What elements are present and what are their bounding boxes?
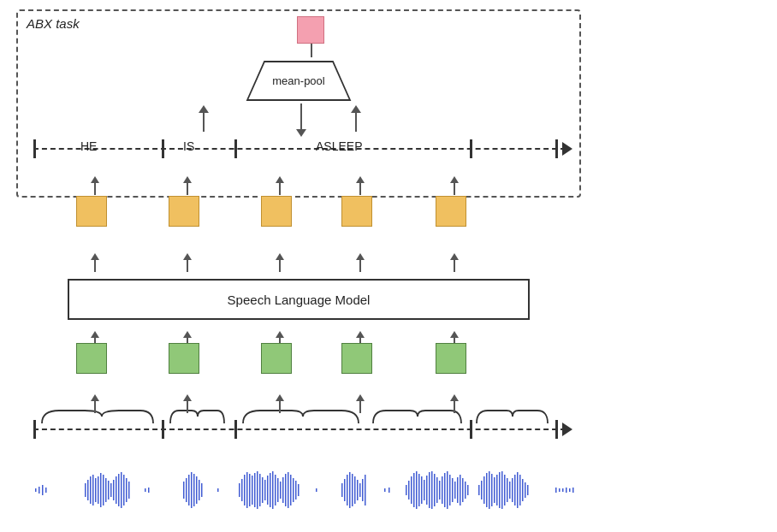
svg-rect-79: [424, 480, 425, 500]
sse-box-4: [341, 343, 372, 374]
svg-rect-119: [562, 488, 564, 492]
svg-rect-75: [413, 473, 415, 507]
hlse-box-3: [261, 196, 292, 227]
svg-rect-83: [434, 474, 436, 506]
arrow-is-up: [199, 105, 209, 132]
svg-rect-90: [452, 478, 454, 502]
svg-rect-94: [462, 478, 464, 502]
svg-rect-41: [254, 473, 256, 507]
svg-rect-11: [98, 476, 99, 504]
svg-rect-60: [341, 483, 343, 497]
diagram: ABX task ABX wordembeddings ABX timestam…: [16, 9, 761, 523]
svg-rect-18: [116, 476, 117, 504]
svg-rect-102: [491, 474, 493, 506]
arrow-seg-to-sse5: [450, 394, 459, 413]
svg-rect-84: [436, 477, 438, 503]
svg-rect-70: [384, 488, 386, 492]
svg-rect-86: [442, 476, 443, 504]
svg-rect-43: [259, 474, 261, 506]
svg-rect-24: [145, 488, 146, 492]
svg-rect-85: [439, 481, 441, 499]
svg-rect-53: [285, 474, 287, 506]
svg-rect-27: [186, 478, 187, 502]
arrow-pink-down: [311, 44, 312, 57]
svg-rect-26: [183, 482, 185, 499]
sse-box-2: [169, 343, 199, 374]
svg-rect-66: [357, 480, 359, 500]
svg-rect-51: [280, 482, 282, 499]
arrow-slm-to-hlse1: [91, 253, 99, 272]
abx-word-embedding-box: [297, 16, 324, 44]
svg-rect-31: [196, 476, 198, 504]
svg-rect-97: [478, 485, 480, 495]
svg-rect-118: [559, 488, 561, 492]
svg-rect-2: [35, 488, 37, 492]
svg-rect-57: [295, 481, 297, 499]
svg-rect-52: [282, 477, 284, 503]
svg-rect-36: [241, 479, 243, 501]
svg-rect-29: [191, 472, 193, 508]
svg-rect-15: [108, 481, 110, 499]
arrow-slm-to-hlse5: [450, 253, 459, 272]
svg-rect-7: [87, 480, 89, 500]
arrow-slm-to-hlse4: [356, 253, 365, 272]
svg-text:mean-pool: mean-pool: [272, 74, 325, 87]
svg-rect-47: [270, 473, 271, 507]
svg-rect-67: [359, 483, 361, 497]
svg-rect-19: [118, 474, 120, 506]
svg-rect-5: [45, 488, 47, 493]
svg-rect-107: [504, 475, 506, 505]
waveform-svg: [33, 468, 578, 512]
svg-rect-56: [293, 478, 294, 502]
svg-rect-9: [92, 475, 94, 505]
svg-rect-95: [465, 482, 466, 499]
svg-rect-82: [431, 471, 433, 509]
slm-label: Speech Language Model: [228, 293, 371, 307]
svg-rect-50: [277, 478, 279, 502]
svg-rect-28: [188, 475, 190, 505]
svg-rect-32: [199, 480, 200, 500]
svg-rect-105: [499, 472, 501, 508]
arrow-seg-to-sse2: [183, 394, 192, 413]
svg-rect-13: [103, 475, 104, 505]
svg-rect-44: [262, 477, 264, 503]
svg-rect-89: [449, 475, 451, 505]
svg-rect-113: [519, 475, 521, 505]
brace-2: [239, 406, 367, 427]
hlse-box-1: [76, 196, 107, 227]
svg-rect-71: [388, 488, 390, 493]
svg-rect-22: [126, 478, 128, 502]
brace-3: [166, 406, 230, 427]
arrow-slm-to-hlse3: [276, 253, 284, 272]
svg-rect-103: [494, 477, 495, 503]
svg-rect-64: [352, 474, 353, 506]
svg-rect-46: [267, 476, 269, 505]
arrow-meanpool-to-timestamps: [296, 103, 306, 137]
svg-rect-49: [275, 475, 276, 505]
svg-rect-35: [239, 483, 240, 497]
abx-task-label: ABX task: [27, 16, 80, 31]
timeline-word-he: HE: [80, 139, 97, 153]
svg-rect-61: [344, 479, 346, 501]
tick-1: [162, 139, 164, 158]
svg-rect-3: [39, 487, 40, 494]
arrow-hlse4-up: [356, 176, 365, 195]
hlse-box-4: [341, 196, 372, 227]
seg-row: [33, 405, 578, 442]
svg-rect-122: [572, 488, 574, 493]
svg-rect-73: [408, 481, 410, 499]
waveform-row: [33, 468, 578, 512]
timestamps-row: HE IS ASLEEP: [33, 136, 578, 162]
svg-rect-78: [421, 476, 423, 504]
sse-box-5: [436, 343, 466, 374]
arrow-asleep-up: [351, 105, 361, 132]
svg-rect-96: [467, 485, 469, 495]
svg-rect-68: [362, 479, 364, 501]
svg-rect-76: [416, 471, 418, 509]
svg-rect-4: [42, 485, 44, 495]
svg-rect-111: [514, 475, 516, 505]
tick-start: [33, 139, 36, 158]
svg-rect-114: [522, 479, 524, 501]
svg-rect-112: [517, 472, 519, 508]
svg-rect-42: [257, 471, 258, 509]
